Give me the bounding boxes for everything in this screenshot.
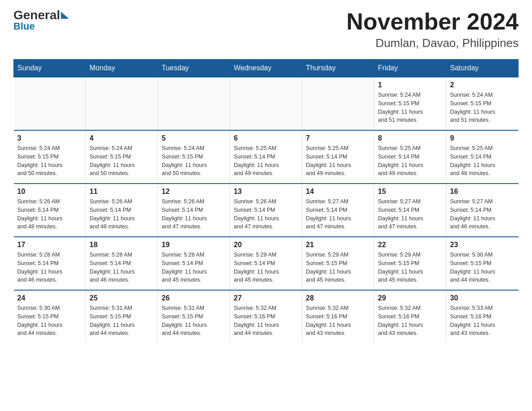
day-number: 15 — [378, 188, 442, 196]
day-info: Sunrise: 5:26 AM Sunset: 5:14 PM Dayligh… — [90, 197, 154, 231]
calendar-cell: 12Sunrise: 5:26 AM Sunset: 5:14 PM Dayli… — [158, 184, 230, 237]
day-info: Sunrise: 5:29 AM Sunset: 5:15 PM Dayligh… — [378, 251, 442, 284]
calendar-cell: 15Sunrise: 5:27 AM Sunset: 5:14 PM Dayli… — [374, 184, 446, 237]
day-info: Sunrise: 5:25 AM Sunset: 5:14 PM Dayligh… — [234, 144, 298, 178]
day-number: 14 — [306, 188, 370, 196]
day-info: Sunrise: 5:24 AM Sunset: 5:15 PM Dayligh… — [450, 91, 515, 124]
calendar-cell: 8Sunrise: 5:25 AM Sunset: 5:14 PM Daylig… — [374, 130, 446, 184]
calendar-cell: 23Sunrise: 5:30 AM Sunset: 5:15 PM Dayli… — [446, 237, 519, 290]
day-number: 25 — [90, 294, 154, 302]
day-number: 21 — [306, 241, 370, 249]
calendar-cell: 30Sunrise: 5:33 AM Sunset: 5:16 PM Dayli… — [446, 290, 519, 343]
calendar-cell — [302, 77, 374, 130]
day-info: Sunrise: 5:27 AM Sunset: 5:14 PM Dayligh… — [450, 197, 515, 231]
calendar-cell — [86, 77, 158, 130]
calendar-body: 1Sunrise: 5:24 AM Sunset: 5:15 PM Daylig… — [14, 77, 519, 343]
calendar-cell: 26Sunrise: 5:31 AM Sunset: 5:15 PM Dayli… — [158, 290, 230, 343]
day-info: Sunrise: 5:26 AM Sunset: 5:14 PM Dayligh… — [162, 197, 226, 231]
day-number: 29 — [378, 294, 442, 302]
day-info: Sunrise: 5:30 AM Sunset: 5:15 PM Dayligh… — [17, 304, 82, 338]
day-info: Sunrise: 5:32 AM Sunset: 5:16 PM Dayligh… — [234, 304, 298, 338]
calendar-cell — [230, 77, 302, 130]
day-info: Sunrise: 5:30 AM Sunset: 5:15 PM Dayligh… — [450, 251, 515, 284]
calendar-cell: 19Sunrise: 5:28 AM Sunset: 5:14 PM Dayli… — [158, 237, 230, 290]
logo-general-text: General — [13, 9, 60, 21]
day-info: Sunrise: 5:32 AM Sunset: 5:16 PM Dayligh… — [378, 304, 442, 338]
day-number: 22 — [378, 241, 442, 249]
day-number: 1 — [378, 81, 442, 89]
calendar-cell: 18Sunrise: 5:28 AM Sunset: 5:14 PM Dayli… — [86, 237, 158, 290]
day-number: 28 — [306, 294, 370, 302]
calendar-cell: 6Sunrise: 5:25 AM Sunset: 5:14 PM Daylig… — [230, 130, 302, 184]
header-wednesday: Wednesday — [230, 60, 302, 77]
calendar-cell: 22Sunrise: 5:29 AM Sunset: 5:15 PM Dayli… — [374, 237, 446, 290]
calendar-header: Sunday Monday Tuesday Wednesday Thursday… — [14, 60, 519, 77]
calendar-cell: 5Sunrise: 5:24 AM Sunset: 5:15 PM Daylig… — [158, 130, 230, 184]
calendar-cell: 13Sunrise: 5:26 AM Sunset: 5:14 PM Dayli… — [230, 184, 302, 237]
month-year-title: November 2024 — [347, 9, 519, 34]
calendar-cell: 14Sunrise: 5:27 AM Sunset: 5:14 PM Dayli… — [302, 184, 374, 237]
day-info: Sunrise: 5:29 AM Sunset: 5:14 PM Dayligh… — [234, 251, 298, 284]
header-saturday: Saturday — [446, 60, 519, 77]
day-number: 23 — [450, 241, 515, 249]
calendar-cell: 27Sunrise: 5:32 AM Sunset: 5:16 PM Dayli… — [230, 290, 302, 343]
day-number: 3 — [17, 134, 82, 142]
day-number: 9 — [450, 134, 515, 142]
header-monday: Monday — [86, 60, 158, 77]
day-info: Sunrise: 5:24 AM Sunset: 5:15 PM Dayligh… — [17, 144, 82, 178]
calendar-cell: 29Sunrise: 5:32 AM Sunset: 5:16 PM Dayli… — [374, 290, 446, 343]
calendar-cell: 11Sunrise: 5:26 AM Sunset: 5:14 PM Dayli… — [86, 184, 158, 237]
day-number: 7 — [306, 134, 370, 142]
day-number: 11 — [90, 188, 154, 196]
day-number: 5 — [162, 134, 226, 142]
day-info: Sunrise: 5:26 AM Sunset: 5:14 PM Dayligh… — [17, 197, 82, 231]
header-row: Sunday Monday Tuesday Wednesday Thursday… — [14, 60, 519, 77]
day-info: Sunrise: 5:25 AM Sunset: 5:14 PM Dayligh… — [378, 144, 442, 178]
calendar-cell: 21Sunrise: 5:29 AM Sunset: 5:15 PM Dayli… — [302, 237, 374, 290]
day-info: Sunrise: 5:24 AM Sunset: 5:15 PM Dayligh… — [90, 144, 154, 178]
day-number: 19 — [162, 241, 226, 249]
day-info: Sunrise: 5:32 AM Sunset: 5:16 PM Dayligh… — [306, 304, 370, 338]
day-info: Sunrise: 5:27 AM Sunset: 5:14 PM Dayligh… — [306, 197, 370, 231]
header-sunday: Sunday — [14, 60, 86, 77]
header-thursday: Thursday — [302, 60, 374, 77]
day-number: 10 — [17, 188, 82, 196]
day-info: Sunrise: 5:25 AM Sunset: 5:14 PM Dayligh… — [306, 144, 370, 178]
header-tuesday: Tuesday — [158, 60, 230, 77]
logo: General Blue — [13, 9, 69, 32]
calendar-cell — [158, 77, 230, 130]
day-number: 24 — [17, 294, 82, 302]
header: General Blue November 2024 Dumlan, Davao… — [13, 9, 519, 50]
title-area: November 2024 Dumlan, Davao, Philippines — [347, 9, 519, 50]
day-info: Sunrise: 5:33 AM Sunset: 5:16 PM Dayligh… — [450, 304, 515, 338]
day-info: Sunrise: 5:28 AM Sunset: 5:14 PM Dayligh… — [90, 251, 154, 284]
location-subtitle: Dumlan, Davao, Philippines — [347, 36, 519, 50]
calendar-cell: 28Sunrise: 5:32 AM Sunset: 5:16 PM Dayli… — [302, 290, 374, 343]
calendar-cell — [14, 77, 86, 130]
day-number: 18 — [90, 241, 154, 249]
logo-blue-text: Blue — [13, 21, 35, 32]
day-info: Sunrise: 5:31 AM Sunset: 5:15 PM Dayligh… — [162, 304, 226, 338]
day-info: Sunrise: 5:25 AM Sunset: 5:14 PM Dayligh… — [450, 144, 515, 178]
day-number: 20 — [234, 241, 298, 249]
logo-triangle-icon — [61, 12, 69, 19]
day-number: 2 — [450, 81, 515, 89]
calendar-cell: 17Sunrise: 5:28 AM Sunset: 5:14 PM Dayli… — [14, 237, 86, 290]
day-info: Sunrise: 5:29 AM Sunset: 5:15 PM Dayligh… — [306, 251, 370, 284]
day-info: Sunrise: 5:28 AM Sunset: 5:14 PM Dayligh… — [17, 251, 82, 284]
day-number: 4 — [90, 134, 154, 142]
day-info: Sunrise: 5:31 AM Sunset: 5:15 PM Dayligh… — [90, 304, 154, 338]
day-info: Sunrise: 5:26 AM Sunset: 5:14 PM Dayligh… — [234, 197, 298, 231]
calendar-cell: 20Sunrise: 5:29 AM Sunset: 5:14 PM Dayli… — [230, 237, 302, 290]
day-number: 27 — [234, 294, 298, 302]
day-number: 13 — [234, 188, 298, 196]
calendar-cell: 4Sunrise: 5:24 AM Sunset: 5:15 PM Daylig… — [86, 130, 158, 184]
day-info: Sunrise: 5:24 AM Sunset: 5:15 PM Dayligh… — [378, 91, 442, 124]
day-number: 6 — [234, 134, 298, 142]
calendar-week-3: 17Sunrise: 5:28 AM Sunset: 5:14 PM Dayli… — [14, 237, 519, 290]
day-info: Sunrise: 5:28 AM Sunset: 5:14 PM Dayligh… — [162, 251, 226, 284]
calendar-week-2: 10Sunrise: 5:26 AM Sunset: 5:14 PM Dayli… — [14, 184, 519, 237]
day-number: 30 — [450, 294, 515, 302]
calendar-table: Sunday Monday Tuesday Wednesday Thursday… — [13, 59, 519, 343]
header-friday: Friday — [374, 60, 446, 77]
